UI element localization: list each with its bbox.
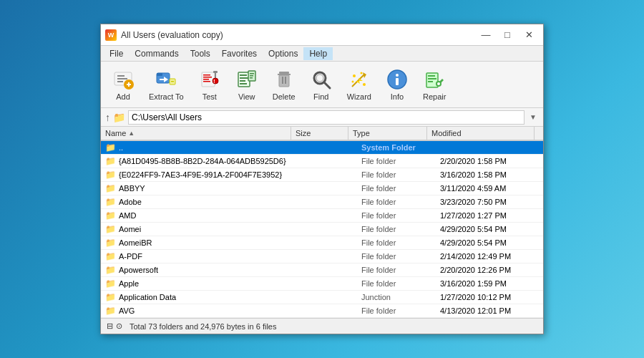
file-name-cell: 📁 A-PDF — [101, 250, 300, 263]
table-row[interactable]: 📁 {A81D0495-8B8B-8B2D-284A-064ADB5925D6}… — [101, 155, 543, 168]
view-icon — [235, 68, 258, 91]
table-row[interactable]: 📁 Apple File folder 3/16/2020 1:59 PM — [101, 277, 543, 291]
col-size-header[interactable]: Size — [291, 127, 348, 140]
svg-rect-6 — [128, 82, 130, 87]
menu-file[interactable]: File — [104, 47, 129, 60]
window-title: All Users (evaluation copy) — [121, 30, 223, 40]
menu-tools[interactable]: Tools — [185, 47, 216, 60]
file-name: AVG — [119, 306, 135, 315]
toolbar-add-button[interactable]: Add — [105, 64, 141, 105]
file-name-cell: 📁 Aomei — [101, 223, 300, 236]
table-row[interactable]: 📁 AomeiBR File folder 4/29/2020 5:54 PM — [101, 236, 543, 250]
toolbar-view-button[interactable]: View — [229, 64, 265, 105]
svg-rect-31 — [279, 72, 289, 74]
svg-rect-52 — [428, 81, 433, 82]
file-list-body[interactable]: 📁 .. System Folder 📁 {A81D0495-8B8B-8B2D… — [101, 141, 543, 318]
toolbar-test-button[interactable]: ! Test — [192, 64, 228, 105]
file-size-cell — [300, 263, 357, 276]
file-name-cell: 📁 Adobe — [101, 195, 300, 208]
svg-point-42 — [363, 83, 366, 86]
svg-rect-48 — [396, 78, 399, 85]
svg-rect-16 — [203, 79, 209, 80]
svg-point-47 — [396, 74, 399, 77]
file-type-cell: File folder — [357, 223, 436, 236]
col-type-header[interactable]: Type — [348, 127, 427, 140]
table-row[interactable]: 📁 {E0224FF9-7AE3-4F9E-991A-2F004F7E3952}… — [101, 168, 543, 182]
folder-icon: 📁 — [105, 197, 116, 207]
svg-rect-23 — [240, 74, 247, 76]
file-name: Apple — [119, 279, 139, 288]
table-row[interactable]: 📁 A-PDF File folder 2/14/2020 12:49 PM — [101, 250, 543, 263]
file-list-area: 📁 .. System Folder 📁 {A81D0495-8B8B-8B2D… — [101, 141, 543, 318]
sort-arrow: ▲ — [128, 130, 135, 137]
toolbar-extract-label: Extract To — [149, 92, 184, 101]
file-name-cell: 📁 ABBYY — [101, 182, 300, 195]
menu-options[interactable]: Options — [263, 47, 303, 60]
file-modified-cell: 4/29/2020 5:54 PM — [436, 236, 543, 249]
folder-icon: 📁 — [105, 156, 116, 166]
folder-icon: 📁 — [105, 292, 116, 302]
table-row[interactable]: 📁 AVG File folder 4/13/2020 12:01 PM — [101, 304, 543, 318]
table-row[interactable]: 📁 Application Data Junction 1/27/2020 10… — [101, 291, 543, 304]
file-name-cell: 📁 AMD — [101, 209, 300, 222]
find-icon — [310, 68, 333, 91]
toolbar-delete-button[interactable]: Delete — [266, 64, 302, 105]
repair-icon — [423, 68, 446, 91]
file-type-cell: Junction — [357, 291, 436, 304]
toolbar-wizard-button[interactable]: Wizard — [341, 64, 378, 105]
back-button[interactable]: ↑ — [105, 112, 110, 123]
menu-commands[interactable]: Commands — [129, 47, 184, 60]
folder-icon: 📁 — [105, 170, 116, 180]
svg-rect-30 — [250, 77, 253, 79]
folder-icon: 📁 — [113, 112, 125, 123]
file-list-container: Name ▲ Size Type Modified 📁 .. System Fo… — [101, 127, 543, 318]
col-name-header[interactable]: Name ▲ — [101, 127, 291, 140]
file-name-cell: 📁 {A81D0495-8B8B-8B2D-284A-064ADB5925D6} — [101, 155, 300, 168]
file-type-cell: File folder — [357, 182, 436, 195]
status-text: Total 73 folders and 24,976 bytes in 6 f… — [130, 322, 276, 331]
file-list-header: Name ▲ Size Type Modified — [101, 127, 543, 141]
toolbar-extract-button[interactable]: Extract To — [142, 64, 190, 105]
menu-favorites[interactable]: Favorites — [216, 47, 263, 60]
file-modified-cell: 3/23/2020 7:50 PM — [436, 195, 543, 208]
folder-icon: 📁 — [105, 142, 116, 153]
file-size-cell — [300, 141, 357, 154]
extract-icon — [155, 68, 177, 91]
svg-point-44 — [360, 72, 362, 74]
file-type-cell: File folder — [357, 263, 436, 276]
table-row[interactable]: 📁 ABBYY File folder 3/11/2020 4:59 AM — [101, 182, 543, 195]
table-row[interactable]: 📁 AMD File folder 1/27/2020 1:27 PM — [101, 209, 543, 223]
table-row[interactable]: 📁 Apowersoft File folder 2/20/2020 12:26… — [101, 263, 543, 277]
svg-rect-9 — [160, 79, 164, 80]
close-button[interactable]: ✕ — [519, 28, 539, 42]
svg-point-43 — [351, 81, 353, 83]
file-modified-cell: 1/27/2020 10:12 PM — [436, 291, 543, 304]
file-modified-cell — [436, 141, 543, 154]
minimize-button[interactable]: — — [476, 28, 496, 42]
toolbar-info-button[interactable]: Info — [379, 64, 415, 105]
folder-icon: 📁 — [105, 211, 116, 221]
toolbar-find-button[interactable]: Find — [303, 64, 339, 105]
file-name: Aomei — [119, 225, 141, 233]
table-row[interactable]: 📁 Aomei File folder 4/29/2020 5:54 PM — [101, 223, 543, 236]
svg-rect-28 — [250, 73, 254, 74]
col-modified-header[interactable]: Modified — [427, 127, 535, 140]
folder-icon: 📁 — [105, 224, 116, 234]
file-type-cell: File folder — [357, 304, 436, 317]
menu-help[interactable]: Help — [303, 47, 333, 60]
file-name: .. — [119, 143, 123, 152]
maximize-button[interactable]: □ — [497, 28, 517, 42]
toolbar-add-label: Add — [116, 92, 130, 101]
svg-rect-3 — [117, 81, 123, 82]
toolbar-repair-button[interactable]: Repair — [416, 64, 452, 105]
title-bar-left: W All Users (evaluation copy) — [105, 29, 223, 41]
file-name: AomeiBR — [119, 238, 152, 247]
svg-rect-15 — [203, 77, 212, 78]
path-input[interactable] — [128, 110, 525, 125]
table-row[interactable]: 📁 Adobe File folder 3/23/2020 7:50 PM — [101, 195, 543, 209]
folder-icon: 📁 — [105, 279, 116, 289]
test-icon: ! — [198, 68, 221, 91]
address-dropdown-arrow[interactable]: ▼ — [527, 113, 539, 121]
file-type-cell: System Folder — [357, 141, 436, 154]
table-row[interactable]: 📁 .. System Folder — [101, 141, 543, 155]
